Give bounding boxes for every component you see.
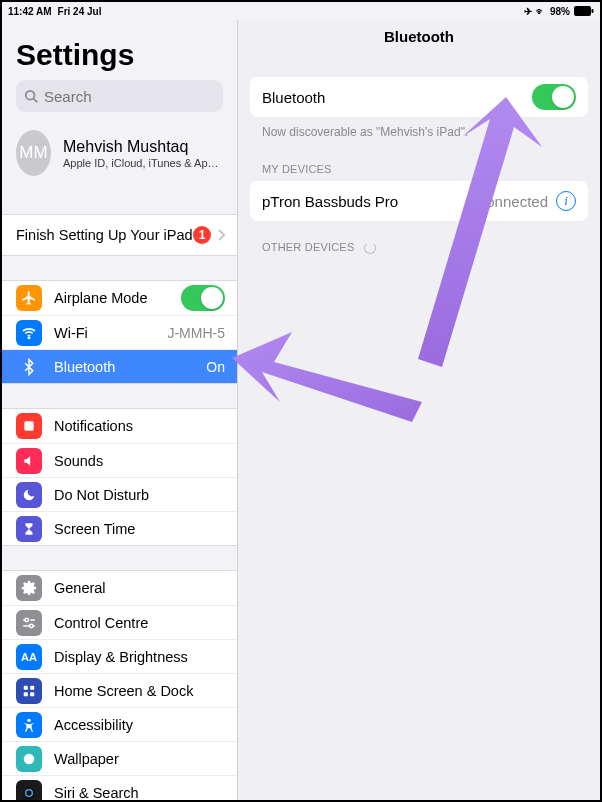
search-field[interactable]	[16, 80, 223, 112]
wifi-value: J-MMH-5	[167, 325, 225, 341]
bluetooth-icon	[16, 354, 42, 380]
chevron-right-icon	[217, 229, 225, 241]
device-row[interactable]: pTron Bassbuds Pro Connected i	[250, 181, 588, 221]
device-status: Connected	[475, 193, 548, 210]
appleid-row[interactable]: MM Mehvish Mushtaq Apple ID, iCloud, iTu…	[2, 120, 237, 190]
status-time: 11:42 AM	[8, 6, 52, 17]
sliders-icon	[16, 610, 42, 636]
svg-point-7	[25, 618, 29, 622]
finish-setup-label: Finish Setting Up Your iPad	[16, 227, 193, 243]
hourglass-icon	[16, 516, 42, 542]
dnd-label: Do Not Disturb	[54, 487, 225, 503]
sidebar-item-control-centre[interactable]: Control Centre	[2, 605, 237, 639]
bluetooth-master-label: Bluetooth	[262, 89, 532, 106]
svg-rect-15	[24, 692, 28, 696]
home-screen-icon	[16, 678, 42, 704]
settings-sidebar: Settings MM Mehvish Mushtaq Apple ID, iC…	[2, 20, 238, 800]
airplane-icon	[16, 285, 42, 311]
svg-point-17	[27, 718, 30, 721]
wifi-icon	[16, 320, 42, 346]
appleid-subtitle: Apple ID, iCloud, iTunes & App St…	[63, 157, 223, 169]
svg-point-2	[26, 91, 35, 100]
control-centre-label: Control Centre	[54, 615, 225, 631]
svg-rect-14	[30, 685, 34, 689]
bluetooth-value: On	[206, 359, 225, 375]
svg-point-10	[30, 624, 33, 628]
finish-setup-badge: 1	[193, 226, 211, 244]
svg-rect-1	[592, 9, 594, 13]
spinner-icon	[364, 242, 376, 254]
status-date: Fri 24 Jul	[58, 6, 102, 17]
wallpaper-icon	[16, 746, 42, 772]
svg-rect-5	[24, 421, 33, 430]
home-dock-label: Home Screen & Dock	[54, 683, 225, 699]
sidebar-item-sounds[interactable]: Sounds	[2, 443, 237, 477]
accessibility-label: Accessibility	[54, 717, 225, 733]
airplane-toggle[interactable]	[181, 285, 225, 311]
sidebar-item-airplane[interactable]: Airplane Mode	[2, 281, 237, 315]
sidebar-item-dnd[interactable]: Do Not Disturb	[2, 477, 237, 511]
svg-rect-16	[30, 692, 34, 696]
battery-icon	[574, 6, 594, 16]
other-devices-label: OTHER DEVICES	[262, 241, 354, 253]
airplane-label: Airplane Mode	[54, 290, 181, 306]
sidebar-item-home-dock[interactable]: Home Screen & Dock	[2, 673, 237, 707]
sounds-label: Sounds	[54, 453, 225, 469]
notifications-label: Notifications	[54, 418, 225, 434]
sidebar-item-bluetooth[interactable]: Bluetooth On	[2, 349, 237, 383]
detail-title: Bluetooth	[238, 20, 600, 53]
bluetooth-master-cell[interactable]: Bluetooth	[250, 77, 588, 117]
status-bar: 11:42 AM Fri 24 Jul ✈ ᯤ 98%	[2, 2, 600, 20]
sidebar-item-siri[interactable]: Siri & Search	[2, 775, 237, 800]
general-label: General	[54, 580, 225, 596]
discoverable-caption: Now discoverable as "Mehvish's iPad".	[250, 117, 588, 143]
wallpaper-label: Wallpaper	[54, 751, 225, 767]
svg-point-19	[23, 787, 35, 799]
wifi-label: Wi-Fi	[54, 325, 167, 341]
display-icon: AA	[16, 644, 42, 670]
my-devices-header: MY DEVICES	[250, 143, 588, 181]
sidebar-item-general[interactable]: General	[2, 571, 237, 605]
appleid-name: Mehvish Mushtaq	[63, 138, 223, 156]
wifi-indicator-icon: ᯤ	[536, 6, 546, 17]
screentime-label: Screen Time	[54, 521, 225, 537]
gear-icon	[16, 575, 42, 601]
siri-icon	[16, 780, 42, 801]
sidebar-item-screentime[interactable]: Screen Time	[2, 511, 237, 545]
svg-point-4	[28, 337, 29, 338]
finish-setup-row[interactable]: Finish Setting Up Your iPad 1	[2, 215, 237, 255]
bluetooth-toggle[interactable]	[532, 84, 576, 110]
page-title: Settings	[16, 38, 223, 72]
sidebar-item-wifi[interactable]: Wi-Fi J-MMH-5	[2, 315, 237, 349]
device-name: pTron Bassbuds Pro	[262, 193, 475, 210]
svg-line-3	[34, 99, 38, 103]
bluetooth-label: Bluetooth	[54, 359, 206, 375]
sidebar-item-wallpaper[interactable]: Wallpaper	[2, 741, 237, 775]
airplane-indicator-icon: ✈	[524, 6, 532, 17]
sidebar-item-display[interactable]: AA Display & Brightness	[2, 639, 237, 673]
display-label: Display & Brightness	[54, 649, 225, 665]
accessibility-icon	[16, 712, 42, 738]
svg-point-18	[24, 753, 35, 764]
moon-icon	[16, 482, 42, 508]
search-input[interactable]	[44, 88, 234, 105]
sounds-icon	[16, 448, 42, 474]
svg-rect-0	[574, 6, 591, 16]
info-icon[interactable]: i	[556, 191, 576, 211]
search-icon	[24, 89, 38, 103]
detail-pane: Bluetooth Bluetooth Now discoverable as …	[238, 20, 600, 800]
sidebar-item-accessibility[interactable]: Accessibility	[2, 707, 237, 741]
notifications-icon	[16, 413, 42, 439]
avatar: MM	[16, 130, 51, 176]
svg-rect-13	[24, 685, 28, 689]
battery-percent: 98%	[550, 6, 570, 17]
siri-label: Siri & Search	[54, 785, 225, 801]
sidebar-item-notifications[interactable]: Notifications	[2, 409, 237, 443]
other-devices-header: OTHER DEVICES	[250, 221, 588, 260]
